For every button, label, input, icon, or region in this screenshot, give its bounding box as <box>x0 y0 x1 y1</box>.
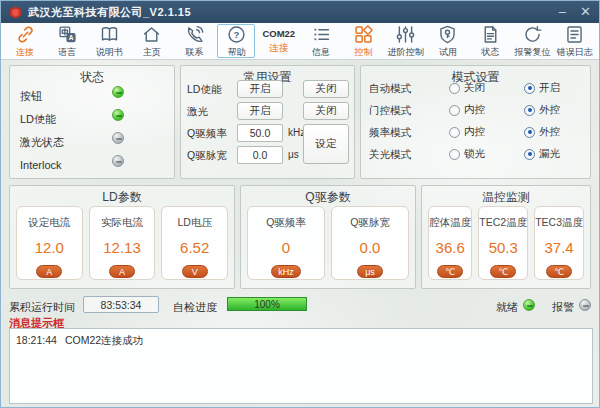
common-settings-panel: 常用设置 LD使能 开启 关闭 激光 开启 关闭 Q驱频率 kHz Q驱 <box>180 65 355 179</box>
ld-enable-on-button[interactable]: 开启 <box>237 80 283 98</box>
toolbar-item-alarm-reset[interactable]: 报警复位 <box>514 24 552 58</box>
sliders-icon <box>395 24 416 45</box>
mode-label: 频率模式 <box>369 126 411 140</box>
unit-badge: ℃ <box>546 265 572 278</box>
card-value: 36.6 <box>436 239 465 256</box>
unit-badge: ℃ <box>437 265 463 278</box>
card-label: LD电压 <box>177 216 211 230</box>
q-pulse-width-input[interactable] <box>237 146 283 164</box>
alarm-label: 报警 <box>552 300 574 315</box>
card-label: Q驱频率 <box>266 216 306 230</box>
lightoff-mode-leak-radio[interactable]: 漏光 <box>524 147 560 161</box>
card-value: 50.3 <box>489 239 518 256</box>
log-text: COM22连接成功 <box>65 334 143 346</box>
help-icon: ? <box>226 24 247 45</box>
radio-icon <box>524 83 535 94</box>
status-label: 按钮 <box>20 90 42 102</box>
radio-icon <box>524 105 535 116</box>
freq-mode-internal-radio[interactable]: 内控 <box>449 125 485 139</box>
toolbar-item-label: 进阶控制 <box>388 46 424 59</box>
toolbar-item-label: 主页 <box>143 46 161 59</box>
toolbar-item-contact[interactable]: 联系 <box>175 24 213 58</box>
card-value: 0 <box>282 239 290 256</box>
status-row: 激光状态 <box>20 132 164 146</box>
toolbar-item-info[interactable]: 信息 <box>302 24 340 58</box>
document-icon <box>480 24 501 45</box>
unit-badge: kHz <box>271 265 301 278</box>
svg-text:?: ? <box>234 29 240 40</box>
toolbar-item-label: 试用 <box>439 46 457 59</box>
ld-enable-led <box>112 109 124 121</box>
ld-enable-off-button[interactable]: 关闭 <box>303 80 349 98</box>
toolbar-item-trial[interactable]: 试用 <box>429 24 467 58</box>
panel-title: 温控监测 <box>422 186 590 206</box>
message-log[interactable]: 18:21:44 COM22连接成功 <box>9 328 593 404</box>
log-icon <box>564 24 585 45</box>
gate-mode-external-radio[interactable]: 外控 <box>524 103 560 117</box>
panel-title: Q驱参数 <box>241 186 415 206</box>
laser-on-button[interactable]: 开启 <box>237 102 283 120</box>
card-value: 6.52 <box>180 239 209 256</box>
toolbar-item-label: 说明书 <box>96 46 123 59</box>
auto-mode-off-radio[interactable]: 关闭 <box>449 81 485 95</box>
minimize-button[interactable]: – <box>559 1 566 23</box>
interlock-led <box>112 155 124 167</box>
status-row: 按钮 <box>20 86 164 100</box>
toolbar-item-com-port[interactable]: COM22 连接 <box>260 24 298 58</box>
window-title: 武汉光至科技有限公司_V2.1.15 <box>28 5 191 20</box>
selfcheck-label: 自检进度 <box>173 300 217 315</box>
toolbar-item-label: 错误日志 <box>557 46 593 59</box>
laser-off-button[interactable]: 关闭 <box>303 102 349 120</box>
app-window: 武汉光至科技有限公司_V2.1.15 – ✕ 连接 A 语言 说明书 主页 联系… <box>0 0 600 408</box>
toolbar-item-label: 帮助 <box>227 46 245 59</box>
com-port-label: COM22 <box>262 27 295 41</box>
phone-icon <box>184 24 205 45</box>
card-label: 实际电流 <box>101 216 143 230</box>
toolbar-item-language[interactable]: A 语言 <box>48 24 86 58</box>
main-content: 状态 按钮 LD使能 激光状态 Interlock <box>1 60 599 407</box>
app-logo-icon <box>9 6 22 19</box>
toolbar-item-connect[interactable]: 连接 <box>6 24 44 58</box>
toolbar-item-control[interactable]: 控制 <box>344 24 382 58</box>
lightoff-mode-lock-radio[interactable]: 锁光 <box>449 147 485 161</box>
panel-title: 状态 <box>10 66 174 86</box>
param-card: Q驱脉宽 0.0 μs <box>331 206 409 280</box>
toolbar-item-manual[interactable]: 说明书 <box>91 24 129 58</box>
toolbar-item-error-log[interactable]: 错误日志 <box>556 24 594 58</box>
mode-row: 关光模式 锁光 漏光 <box>369 146 582 162</box>
panel-title: LD参数 <box>10 186 234 206</box>
mode-row: 频率模式 内控 外控 <box>369 124 582 140</box>
radio-icon <box>524 127 535 138</box>
param-card: Q驱频率 0 kHz <box>247 206 325 280</box>
toolbar-item-status[interactable]: 状态 <box>471 24 509 58</box>
setting-row: 激光 开启 关闭 <box>187 102 350 120</box>
toolbar-item-home[interactable]: 主页 <box>133 24 171 58</box>
q-frequency-input[interactable] <box>237 124 283 142</box>
close-button[interactable]: ✕ <box>580 1 591 23</box>
toolbar-item-label: 状态 <box>481 46 499 59</box>
toolbar-item-advanced-control[interactable]: 进阶控制 <box>387 24 425 58</box>
unit-badge: A <box>109 265 135 278</box>
svg-text:A: A <box>68 33 73 40</box>
setting-label: Q驱频率 <box>187 127 227 141</box>
alarm-led <box>579 299 591 311</box>
status-row: Interlock <box>20 155 164 169</box>
freq-mode-external-radio[interactable]: 外控 <box>524 125 560 139</box>
mode-label: 关光模式 <box>369 148 411 162</box>
param-card: 实际电流 12.13 A <box>89 206 156 280</box>
status-label: Interlock <box>20 159 62 171</box>
setting-label: 激光 <box>187 105 208 119</box>
ready-led <box>523 299 535 311</box>
status-label: LD使能 <box>20 113 56 125</box>
card-value: 12.13 <box>103 239 141 256</box>
setting-label: Q驱脉宽 <box>187 149 227 163</box>
auto-mode-on-radio[interactable]: 开启 <box>524 81 560 95</box>
mode-row: 自动模式 关闭 开启 <box>369 80 582 96</box>
toolbar-item-help[interactable]: ? 帮助 <box>217 24 255 58</box>
reset-icon <box>522 24 543 45</box>
runtime-field: 83:53:34 <box>83 296 159 313</box>
ld-params-panel: LD参数 设定电流 12.0 A 实际电流 12.13 A LD电压 6.52 <box>9 185 235 289</box>
gate-mode-internal-radio[interactable]: 内控 <box>449 103 485 117</box>
radio-icon <box>524 149 535 160</box>
set-button[interactable]: 设定 <box>303 124 349 164</box>
